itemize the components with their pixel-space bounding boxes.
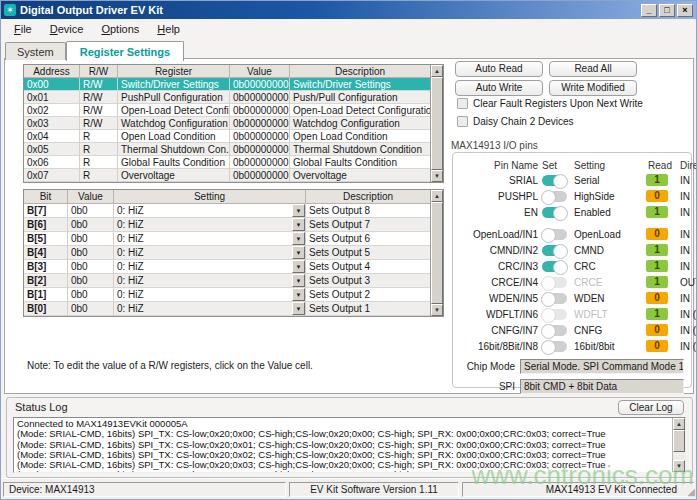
pin-toggle[interactable] — [542, 245, 567, 256]
scroll-down-icon[interactable]: ▼ — [431, 170, 443, 182]
daisy-chain-checkbox[interactable] — [457, 116, 468, 127]
scroll-up-icon[interactable]: ▲ — [431, 65, 443, 77]
scroll-thumb[interactable] — [673, 430, 685, 452]
chevron-down-icon[interactable]: ▼ — [292, 218, 305, 231]
app-window: ✶ Digital Output Driver EV Kit _ □ × Fil… — [0, 0, 697, 500]
register-row[interactable]: 0x03 R/W Watchdog Configuration 0b000000… — [24, 117, 430, 130]
chevron-down-icon[interactable]: ▼ — [292, 204, 305, 217]
bit-setting-combobox[interactable]: 0: HiZ ▼ — [114, 260, 306, 274]
bit-setting-combobox[interactable]: 0: HiZ ▼ — [114, 302, 306, 316]
bit-setting-combobox[interactable]: 0: HiZ ▼ — [114, 218, 306, 232]
register-value[interactable]: 0b00000000 — [230, 143, 290, 156]
pin-direction: IN (don't care) — [674, 341, 697, 352]
pin-read-value: 0 — [646, 292, 668, 304]
scroll-thumb[interactable] — [431, 77, 443, 170]
tab[interactable]: Register Settings — [66, 41, 184, 61]
bit-table-scrollbar[interactable]: ▲ ▼ — [430, 190, 443, 316]
register-description: Switch/Driver Settings — [290, 78, 430, 91]
pin-toggle[interactable] — [542, 261, 567, 272]
col-rw: R/W — [80, 65, 118, 78]
pin-row: WDFLT/IN6 WDFLT 1 IN (don't care) — [458, 306, 684, 322]
pin-name: WDFLT/IN6 — [458, 309, 542, 320]
register-value[interactable]: 0b00000000 — [230, 130, 290, 143]
bit-setting-combobox[interactable]: 0: HiZ ▼ — [114, 274, 306, 288]
col-bit-value: Value — [68, 190, 114, 204]
auto-read-button[interactable]: Auto Read — [455, 61, 543, 77]
status-log-textarea[interactable]: Connected to MAX14913EVKit 000005A(Mode:… — [13, 417, 686, 473]
register-row[interactable]: 0x07 R Overvoltage 0b00000000 Overvoltag… — [24, 169, 430, 182]
chevron-down-icon[interactable]: ▼ — [292, 274, 305, 287]
register-address: 0x01 — [24, 91, 80, 104]
maximize-button[interactable]: □ — [659, 4, 675, 17]
register-value[interactable]: 0b00000000 — [230, 104, 290, 117]
pin-toggle[interactable] — [542, 309, 567, 320]
tab[interactable]: System — [5, 42, 66, 60]
bit-description: Sets Output 8 — [306, 204, 430, 218]
bit-setting-combobox[interactable]: 0: HiZ ▼ — [114, 288, 306, 302]
register-row[interactable]: 0x00 R/W Switch/Driver Settings 0b000000… — [24, 78, 430, 91]
register-row[interactable]: 0x02 R/W Open-Load Detect Confi... 0b000… — [24, 104, 430, 117]
close-button[interactable]: × — [677, 4, 693, 17]
register-description: Thermal Shutdown Condition — [290, 143, 430, 156]
pin-toggle[interactable] — [542, 277, 567, 288]
menu-item[interactable]: Help — [148, 21, 189, 37]
register-address: 0x02 — [24, 104, 80, 117]
register-value[interactable]: 0b00000000 — [230, 91, 290, 104]
resize-grip[interactable]: ◢ — [687, 486, 695, 497]
scroll-thumb[interactable] — [431, 202, 443, 304]
bit-value: 0b0 — [68, 288, 114, 302]
read-all-button[interactable]: Read All — [549, 61, 637, 77]
register-name: Switch/Driver Settings — [118, 78, 230, 91]
chevron-down-icon[interactable]: ▼ — [292, 246, 305, 259]
register-value[interactable]: 0b00000000 — [230, 156, 290, 169]
register-value[interactable]: 0b00000000 — [230, 117, 290, 130]
register-value[interactable]: 0b00000000 — [230, 169, 290, 182]
bit-setting-combobox[interactable]: 0: HiZ ▼ — [114, 232, 306, 246]
scroll-down-icon[interactable]: ▼ — [673, 460, 685, 472]
pin-toggle[interactable] — [542, 341, 567, 352]
register-table-scrollbar[interactable]: ▲ ▼ — [430, 65, 443, 182]
bit-setting-value: 0: HiZ — [114, 274, 292, 287]
pin-toggle[interactable] — [542, 207, 567, 218]
pin-toggle[interactable] — [542, 293, 567, 304]
chevron-down-icon[interactable]: ▼ — [292, 260, 305, 273]
pin-row: EN Enabled 1 IN — [458, 204, 684, 220]
bit-setting-combobox[interactable]: 0: HiZ ▼ — [114, 246, 306, 260]
chevron-down-icon[interactable]: ▼ — [292, 302, 305, 315]
scroll-track[interactable] — [673, 452, 685, 460]
scroll-down-icon[interactable]: ▼ — [431, 304, 443, 316]
write-modified-button[interactable]: Write Modified — [549, 80, 637, 96]
bit-description: Sets Output 1 — [306, 302, 430, 316]
spi-row: SPI 8bit CMD + 8bit Data — [458, 379, 684, 394]
register-row[interactable]: 0x06 R Global Faults Condition 0b0000000… — [24, 156, 430, 169]
register-row[interactable]: 0x01 R/W PushPull Configuration 0b000000… — [24, 91, 430, 104]
minimize-button[interactable]: _ — [641, 4, 657, 17]
pin-toggle[interactable] — [542, 191, 567, 202]
bit-name: B[4] — [24, 246, 68, 260]
chevron-down-icon[interactable]: ▼ — [292, 232, 305, 245]
clear-log-button[interactable]: Clear Log — [618, 400, 684, 415]
register-value[interactable]: 0b00000000 — [230, 78, 290, 91]
menu-item[interactable]: File — [5, 21, 41, 37]
pin-toggle[interactable] — [542, 175, 567, 186]
bit-name: B[5] — [24, 232, 68, 246]
bit-setting-combobox[interactable]: 0: HiZ ▼ — [114, 204, 306, 218]
scroll-up-icon[interactable]: ▲ — [431, 190, 443, 202]
menu-item[interactable]: Device — [41, 21, 93, 37]
register-row[interactable]: 0x04 R Open Load Condition 0b00000000 Op… — [24, 130, 430, 143]
auto-write-button[interactable]: Auto Write — [455, 80, 543, 96]
clear-fault-checkbox[interactable] — [457, 98, 468, 109]
bit-row: B[6] 0b0 0: HiZ ▼ Sets Output 7 — [24, 218, 430, 232]
register-row[interactable]: 0x05 R Thermal Shutdown Con... 0b0000000… — [24, 143, 430, 156]
pin-toggle[interactable] — [542, 325, 567, 336]
register-description: Overvoltage — [290, 169, 430, 182]
pin-direction: IN (don't care) — [674, 309, 697, 320]
col-bit-setting: Setting — [114, 190, 306, 204]
chevron-down-icon[interactable]: ▼ — [292, 288, 305, 301]
log-scrollbar[interactable]: ▲ ▼ — [672, 418, 685, 472]
register-name: Open Load Condition — [118, 130, 230, 143]
pin-toggle[interactable] — [542, 229, 567, 240]
menu-item[interactable]: Options — [92, 21, 148, 37]
scroll-up-icon[interactable]: ▲ — [673, 418, 685, 430]
register-name: Thermal Shutdown Con... — [118, 143, 230, 156]
